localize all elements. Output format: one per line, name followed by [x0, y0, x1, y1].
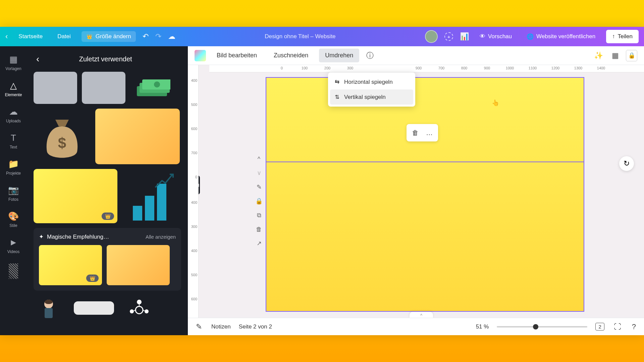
show-all-link[interactable]: Alle anzeigen — [146, 234, 176, 240]
thumb-bar-chart[interactable] — [122, 169, 177, 223]
flip-button[interactable]: Umdrehen — [319, 49, 359, 62]
rail-styles[interactable]: 🎨Stile — [0, 206, 27, 233]
thumb-money-bag[interactable]: $ — [34, 109, 91, 164]
magic-title-label: Magische Empfehlung… — [47, 234, 109, 240]
zoom-level[interactable]: 51 % — [476, 323, 489, 330]
styles-icon: 🎨 — [8, 211, 19, 222]
flip-horizontal-label: Horizontal spiegeln — [344, 79, 393, 85]
rail-videos[interactable]: ►Videos — [0, 233, 27, 259]
move-up-button[interactable]: ^ — [254, 154, 264, 164]
panel-back-button[interactable]: ‹ — [34, 52, 42, 66]
page-indicator[interactable]: Seite 2 von 2 — [239, 323, 272, 330]
thumb-yellow-gradient[interactable]: 👑 — [34, 169, 117, 223]
thumb-shape[interactable] — [74, 301, 114, 315]
zoom-slider[interactable] — [497, 326, 587, 327]
flip-dropdown: ⇆ Horizontal spiegeln ⇅ Vertikal spiegel… — [328, 72, 415, 107]
svg-point-3 — [154, 81, 160, 87]
selection-overlay — [266, 77, 584, 162]
thumb-money-stack[interactable] — [130, 72, 174, 104]
more-button[interactable]: … — [423, 127, 435, 139]
preview-label: Vorschau — [488, 33, 512, 40]
lock-button[interactable]: 🔒 — [626, 50, 637, 61]
publish-button[interactable]: 🌐 Website veröffentlichen — [523, 31, 599, 42]
svg-rect-6 — [45, 308, 53, 318]
uploads-icon: ☁ — [9, 107, 18, 117]
regenerate-button[interactable]: ↻ — [619, 156, 634, 171]
transparency-icon[interactable]: ▦ — [609, 50, 621, 62]
notes-icon[interactable]: ✎ — [195, 321, 203, 333]
trash-button[interactable]: 🗑 — [409, 127, 421, 139]
share-icon: ↑ — [612, 33, 615, 40]
cloud-sync-icon[interactable]: ☁ — [168, 32, 175, 41]
flip-horizontal-icon: ⇆ — [335, 78, 339, 85]
rail-templates[interactable]: ▦Vorlagen — [0, 50, 27, 76]
rail-projects[interactable]: 📁Projekte — [0, 154, 27, 180]
rail-text[interactable]: TText — [0, 128, 27, 154]
avatar[interactable] — [425, 30, 438, 43]
resize-button[interactable]: 👑 Größe ändern — [82, 31, 136, 42]
rail-uploads[interactable]: ☁Uploads — [0, 102, 27, 128]
document-title[interactable]: Design ohne Titel – Website — [265, 33, 335, 40]
publish-label: Website veröffentlichen — [536, 33, 595, 40]
help-icon[interactable]: ? — [631, 321, 637, 333]
rail-photos[interactable]: 📷Fotos — [0, 180, 27, 206]
export-icon[interactable]: ↗ — [254, 239, 264, 248]
photos-icon: 📷 — [8, 185, 19, 195]
fullscreen-icon[interactable]: ⛶ — [612, 321, 623, 333]
move-down-button[interactable]: ∨ — [254, 168, 264, 178]
info-icon[interactable]: ⓘ — [364, 50, 376, 62]
gear-network-icon — [126, 298, 153, 318]
elements-panel: ‹ Zuletzt verwendet $ — [27, 46, 188, 335]
add-member-button[interactable]: + — [444, 32, 453, 41]
undo-icon[interactable]: ↶ — [143, 32, 149, 41]
svg-point-7 — [137, 300, 142, 304]
thumb-person[interactable] — [34, 298, 64, 318]
duplicate-icon[interactable]: ⧉ — [254, 210, 264, 220]
file-button[interactable]: Datei — [53, 31, 75, 42]
page-badge[interactable]: 2 — [595, 323, 604, 330]
magic-recommendations: ✦ Magische Empfehlung… Alle anzeigen 👑 — [34, 228, 181, 291]
magic-thumb-1[interactable]: 👑 — [39, 245, 102, 285]
notes-button[interactable]: Notizen — [211, 323, 231, 330]
chart-bar — [157, 184, 166, 221]
flip-vertical-item[interactable]: ⇅ Vertikal spiegeln — [330, 89, 413, 105]
thumb-orange-gradient[interactable] — [95, 109, 180, 164]
delete-icon[interactable]: 🗑 — [254, 225, 264, 234]
rail-elements[interactable]: △Elemente — [0, 76, 27, 102]
home-button[interactable]: Startseite — [14, 31, 47, 42]
analytics-icon[interactable]: 📊 — [460, 32, 469, 41]
redo-icon[interactable]: ↷ — [155, 32, 161, 41]
magic-thumb-2[interactable] — [107, 245, 170, 285]
flip-vertical-label: Vertikal spiegeln — [344, 94, 386, 101]
more-icon — [9, 263, 18, 279]
magic-icon[interactable]: ✨ — [592, 50, 604, 62]
preview-button[interactable]: 👁 Vorschau — [476, 31, 516, 42]
share-button[interactable]: ↑ Teilen — [606, 30, 639, 43]
thumb-gray-1[interactable] — [34, 72, 77, 104]
color-picker[interactable] — [195, 50, 206, 61]
sparkle-icon: ✦ — [39, 233, 44, 240]
left-rail: ▦Vorlagen △Elemente ☁Uploads TText 📁Proj… — [0, 46, 27, 335]
crown-icon: 👑 — [86, 33, 93, 40]
svg-point-9 — [145, 309, 149, 313]
zoom-thumb[interactable] — [533, 324, 538, 329]
flip-horizontal-item[interactable]: ⇆ Horizontal spiegeln — [330, 74, 413, 89]
edit-image-button[interactable]: Bild bearbeiten — [211, 49, 263, 62]
collapse-panel-button[interactable]: ◀ — [199, 176, 200, 194]
svg-point-8 — [130, 309, 134, 313]
lock-icon[interactable]: 🔒 — [254, 196, 264, 206]
person-icon — [39, 298, 59, 318]
thumb-gray-2[interactable] — [82, 72, 125, 104]
folder-icon: 📁 — [8, 159, 19, 169]
flip-vertical-icon: ⇅ — [335, 94, 339, 101]
crop-button[interactable]: Zuschneiden — [268, 49, 314, 62]
back-icon[interactable]: ‹ — [5, 32, 8, 41]
elements-icon: △ — [10, 80, 17, 91]
text-icon: T — [11, 133, 16, 143]
videos-icon: ► — [9, 237, 18, 248]
expand-tab[interactable]: ^ — [410, 312, 433, 318]
chart-bar — [145, 196, 154, 221]
thumb-gear-network[interactable] — [124, 298, 154, 318]
comment-icon[interactable]: ✎ — [254, 182, 264, 192]
rail-more[interactable] — [0, 259, 27, 284]
